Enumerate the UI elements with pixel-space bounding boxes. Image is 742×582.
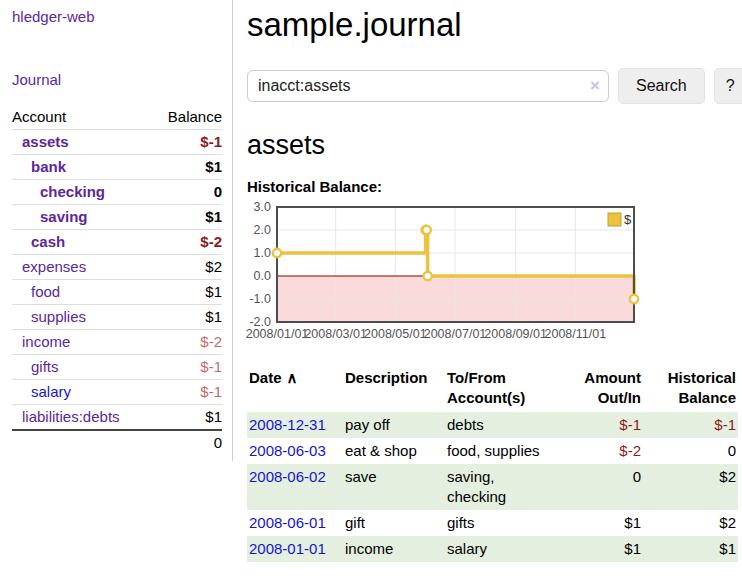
transaction-date-link[interactable]: 2008-12-31 xyxy=(249,416,326,433)
account-link[interactable]: salary xyxy=(12,383,71,401)
register-row: 2008-01-01 income salary $1 $1 xyxy=(247,536,738,562)
transaction-balance: $2 xyxy=(643,510,738,536)
account-balance: $-1 xyxy=(152,380,222,405)
account-link[interactable]: saving xyxy=(12,208,88,226)
transaction-amount: $1 xyxy=(556,536,643,562)
svg-text:2008/03/01: 2008/03/01 xyxy=(304,327,367,341)
account-row: supplies $1 xyxy=(12,305,222,330)
svg-text:2.0: 2.0 xyxy=(254,223,271,237)
transaction-date-link[interactable]: 2008-06-03 xyxy=(249,442,326,459)
register-table: Date∧ Description To/From Account(s) Amo… xyxy=(247,366,738,562)
transaction-accounts: salary xyxy=(445,536,556,562)
legend-label: $ xyxy=(624,212,632,227)
balance-column-header: Balance xyxy=(152,105,222,130)
account-balance: $1 xyxy=(152,205,222,230)
account-link[interactable]: gifts xyxy=(12,358,59,376)
sidebar-item-journal[interactable]: Journal xyxy=(12,71,222,88)
register-body: 2008-12-31 pay off debts $-1 $-1 2008-06… xyxy=(247,412,738,562)
transaction-description: eat & shop xyxy=(343,438,445,464)
account-link[interactable]: assets xyxy=(12,133,69,151)
transaction-amount: $-1 xyxy=(556,412,643,438)
account-row: expenses $2 xyxy=(12,255,222,280)
transaction-date-link[interactable]: 2008-06-02 xyxy=(249,468,326,485)
accounts-total-value: 0 xyxy=(152,430,222,455)
accounts-table: Account Balance assets $-1 bank $1 check… xyxy=(12,105,222,455)
transaction-date-link[interactable]: 2008-01-01 xyxy=(249,540,326,557)
account-balance: $-1 xyxy=(152,130,222,155)
transaction-accounts: saving, checking xyxy=(445,464,556,510)
register-header-row: Date∧ Description To/From Account(s) Amo… xyxy=(247,366,738,412)
svg-text:0.0: 0.0 xyxy=(254,269,271,283)
legend-swatch xyxy=(608,213,621,226)
register-row: 2008-06-01 gift gifts $1 $2 xyxy=(247,510,738,536)
account-link[interactable]: bank xyxy=(12,158,66,176)
account-heading: assets xyxy=(247,130,742,161)
date-column-header[interactable]: Date∧ xyxy=(247,366,343,412)
svg-text:2008/11/01: 2008/11/01 xyxy=(544,327,606,341)
account-row: food $1 xyxy=(12,280,222,305)
account-row: liabilities:debts $1 xyxy=(12,405,222,431)
account-balance: $-2 xyxy=(152,230,222,255)
transaction-description: save xyxy=(343,464,445,510)
transaction-description: pay off xyxy=(343,412,445,438)
transaction-amount: $-2 xyxy=(556,438,643,464)
account-balance: $1 xyxy=(152,155,222,180)
transaction-accounts: gifts xyxy=(445,510,556,536)
balance-column-header-register: Historical Balance xyxy=(643,366,738,412)
balance-chart-svg: $3.02.01.00.0-1.0-2.02008/01/012008/03/0… xyxy=(247,202,647,344)
svg-text:-1.0: -1.0 xyxy=(249,292,271,306)
search-button[interactable]: Search xyxy=(618,68,705,104)
account-row: salary $-1 xyxy=(12,380,222,405)
account-link[interactable]: supplies xyxy=(12,308,86,326)
amount-column-header: Amount Out/In xyxy=(556,366,643,412)
accounts-total-row: 0 xyxy=(12,430,222,455)
register-row: 2008-06-02 save saving, checking 0 $2 xyxy=(247,464,738,510)
svg-text:3.0: 3.0 xyxy=(254,200,271,214)
account-balance: 0 xyxy=(152,180,222,205)
svg-text:1.0: 1.0 xyxy=(254,246,271,260)
balance-chart: $3.02.01.00.0-1.0-2.02008/01/012008/03/0… xyxy=(247,202,742,344)
accounts-column-header: To/From Account(s) xyxy=(445,366,556,412)
account-column-header: Account xyxy=(12,105,152,130)
transaction-balance: $2 xyxy=(643,464,738,510)
account-row: bank $1 xyxy=(12,155,222,180)
register-row: 2008-12-31 pay off debts $-1 $-1 xyxy=(247,412,738,438)
svg-text:2008/05/01: 2008/05/01 xyxy=(364,327,427,341)
account-link[interactable]: expenses xyxy=(12,258,86,276)
account-link[interactable]: income xyxy=(12,333,70,351)
transaction-amount: 0 xyxy=(556,464,643,510)
account-row: assets $-1 xyxy=(12,130,222,155)
search-form: × Search ? xyxy=(247,70,742,104)
accounts-body: assets $-1 bank $1 checking 0 saving $1 … xyxy=(12,130,222,431)
account-row: cash $-2 xyxy=(12,230,222,255)
account-row: checking 0 xyxy=(12,180,222,205)
account-link[interactable]: food xyxy=(12,283,60,301)
account-balance: $-1 xyxy=(152,355,222,380)
page: hledger-web Journal Account Balance asse… xyxy=(0,0,742,562)
clear-search-icon[interactable]: × xyxy=(590,76,600,96)
account-balance: $-2 xyxy=(152,330,222,355)
accounts-total-spacer xyxy=(12,430,152,455)
app-title-link[interactable]: hledger-web xyxy=(12,8,222,25)
help-button[interactable]: ? xyxy=(714,68,742,104)
svg-text:2008/01/01: 2008/01/01 xyxy=(246,327,309,341)
account-balance: $1 xyxy=(152,405,222,431)
sidebar: hledger-web Journal Account Balance asse… xyxy=(0,0,233,461)
account-balance: $2 xyxy=(152,255,222,280)
register-row: 2008-06-03 eat & shop food, supplies $-2… xyxy=(247,438,738,464)
account-link[interactable]: cash xyxy=(12,233,65,251)
transaction-balance: $-1 xyxy=(643,412,738,438)
transaction-date-link[interactable]: 2008-06-01 xyxy=(249,514,326,531)
account-row: gifts $-1 xyxy=(12,355,222,380)
transaction-balance: $1 xyxy=(643,536,738,562)
transaction-balance: 0 xyxy=(643,438,738,464)
page-title: sample.journal xyxy=(247,5,742,45)
search-input[interactable] xyxy=(247,70,609,102)
account-link[interactable]: liabilities:debts xyxy=(12,408,120,426)
account-row: income $-2 xyxy=(12,330,222,355)
transaction-description: gift xyxy=(343,510,445,536)
account-row: saving $1 xyxy=(12,205,222,230)
transaction-description: income xyxy=(343,536,445,562)
sort-asc-icon: ∧ xyxy=(287,369,298,386)
account-link[interactable]: checking xyxy=(12,183,105,201)
